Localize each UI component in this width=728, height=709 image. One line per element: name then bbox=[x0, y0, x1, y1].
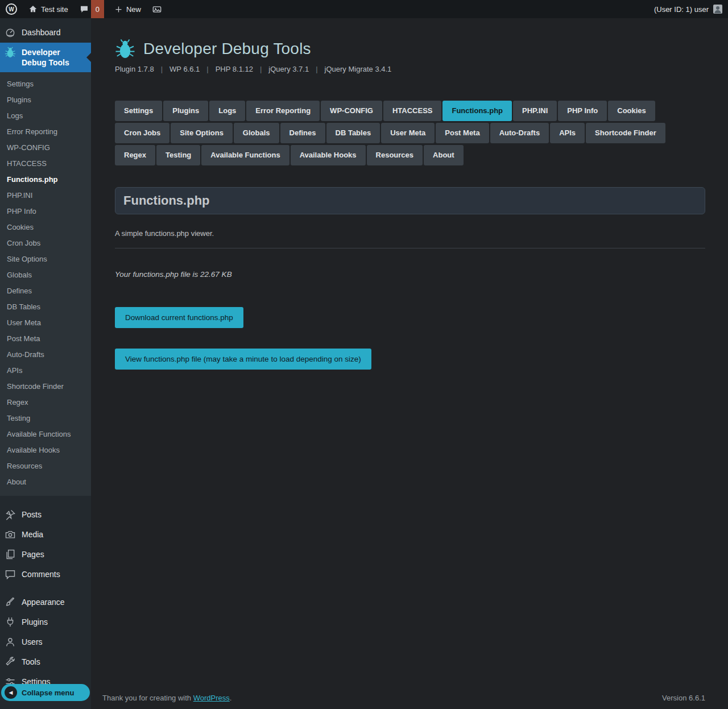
tab[interactable]: HTACCESS bbox=[383, 101, 442, 121]
comment-bubble-icon bbox=[80, 5, 89, 14]
tab[interactable]: User Meta bbox=[381, 123, 435, 143]
submenu-item[interactable]: Auto-Drafts bbox=[0, 347, 91, 363]
admin-bar-left: W Test site 0 New bbox=[0, 0, 167, 18]
tab[interactable]: Shortcode Finder bbox=[586, 123, 665, 143]
footer-thanks-text: Thank you for creating with bbox=[102, 694, 191, 702]
content-wrap: Developer Debug Tools Plugin 1.7.8WP 6.6… bbox=[115, 39, 705, 370]
submenu-item[interactable]: Defines bbox=[0, 283, 91, 299]
tab[interactable]: Auto-Drafts bbox=[490, 123, 549, 143]
download-functions-button[interactable]: Download current functions.php bbox=[115, 307, 243, 328]
sidebar-item-users[interactable]: Users bbox=[0, 632, 91, 652]
submenu-item[interactable]: Settings bbox=[0, 76, 91, 92]
sidebar-item-posts[interactable]: Posts bbox=[0, 505, 91, 525]
submenu-item[interactable]: Error Reporting bbox=[0, 124, 91, 140]
view-functions-button[interactable]: View functions.php file (may take a minu… bbox=[115, 349, 371, 370]
sidebar-item-pages[interactable]: Pages bbox=[0, 545, 91, 565]
plug-icon bbox=[5, 616, 16, 628]
debug-tools-bar-shortcut[interactable] bbox=[147, 0, 167, 18]
sidebar-item-developer-debug-tools[interactable]: Developer Debug Tools bbox=[0, 43, 91, 72]
submenu-item[interactable]: Logs bbox=[0, 108, 91, 124]
sidebar-item-label: Developer Debug Tools bbox=[22, 47, 86, 68]
tab[interactable]: Regex bbox=[115, 145, 155, 165]
user-icon bbox=[5, 636, 16, 648]
sidebar-item-plugins[interactable]: Plugins bbox=[0, 612, 91, 632]
section-title: Functions.php bbox=[123, 193, 697, 208]
submenu-item[interactable]: DB Tables bbox=[0, 299, 91, 315]
submenu-item[interactable]: User Meta bbox=[0, 315, 91, 331]
submenu-item[interactable]: Testing bbox=[0, 411, 91, 426]
submenu-item[interactable]: Cookies bbox=[0, 219, 91, 235]
bug-icon bbox=[5, 47, 16, 58]
tab[interactable]: APIs bbox=[550, 123, 585, 143]
submenu-item[interactable]: About bbox=[0, 474, 91, 490]
sidebar-item-media[interactable]: Media bbox=[0, 525, 91, 545]
tab[interactable]: Plugins bbox=[163, 101, 208, 121]
tab[interactable]: DB Tables bbox=[326, 123, 380, 143]
sidebar-item-appearance[interactable]: Appearance bbox=[0, 592, 91, 612]
sidebar-item-comments[interactable]: Comments bbox=[0, 565, 91, 584]
sidebar-item-tools[interactable]: Tools bbox=[0, 652, 91, 672]
tab[interactable]: Available Hooks bbox=[291, 145, 366, 165]
user-label: (User ID: 1) user bbox=[654, 5, 709, 14]
tab[interactable]: Resources bbox=[367, 145, 423, 165]
comments-count-badge[interactable]: 0 bbox=[91, 0, 104, 18]
submenu-item[interactable]: Site Options bbox=[0, 251, 91, 267]
submenu-item[interactable]: Cron Jobs bbox=[0, 235, 91, 251]
brush-icon bbox=[5, 596, 16, 608]
footer-thanks: Thank you for creating with WordPress. bbox=[102, 694, 231, 702]
tab[interactable]: Cookies bbox=[608, 101, 655, 121]
file-size-info: Your functions.php file is 22.67 KB bbox=[115, 270, 705, 279]
submenu-item[interactable]: Regex bbox=[0, 395, 91, 411]
page-title: Developer Debug Tools bbox=[143, 40, 311, 58]
pushpin-icon bbox=[5, 509, 16, 520]
site-name-menu[interactable]: Test site bbox=[23, 0, 74, 18]
submenu-item[interactable]: Shortcode Finder bbox=[0, 379, 91, 395]
new-content-menu[interactable]: New bbox=[109, 0, 147, 18]
sidebar-item-label: Posts bbox=[22, 509, 42, 520]
comments-menu[interactable] bbox=[74, 0, 91, 18]
image-icon bbox=[152, 6, 162, 13]
wp-logo-menu[interactable]: W bbox=[0, 0, 23, 18]
submenu-item[interactable]: PHP.INI bbox=[0, 188, 91, 204]
site-name: Test site bbox=[41, 5, 68, 14]
tab[interactable]: Cron Jobs bbox=[115, 123, 169, 143]
wordpress-link[interactable]: WordPress bbox=[193, 694, 230, 702]
tab[interactable]: Logs bbox=[209, 101, 245, 121]
meta-item: WP 6.6.1 bbox=[154, 65, 200, 73]
sidebar-item-dashboard[interactable]: Dashboard bbox=[0, 23, 91, 43]
menu-gap bbox=[0, 496, 91, 505]
submenu-item[interactable]: APIs bbox=[0, 363, 91, 379]
tab[interactable]: Globals bbox=[234, 123, 279, 143]
tab[interactable]: Post Meta bbox=[436, 123, 489, 143]
tab[interactable]: PHP.INI bbox=[513, 101, 557, 121]
tab[interactable]: Site Options bbox=[171, 123, 233, 143]
submenu-item[interactable]: Available Functions bbox=[0, 426, 91, 442]
submenu-item[interactable]: WP-CONFIG bbox=[0, 140, 91, 156]
submenu-item[interactable]: PHP Info bbox=[0, 204, 91, 219]
collapse-menu-label: Collapse menu bbox=[22, 689, 74, 697]
submenu-item[interactable]: Post Meta bbox=[0, 331, 91, 347]
pages-icon bbox=[5, 549, 16, 560]
section-panel-header: Functions.php bbox=[115, 187, 705, 214]
meta-item: Plugin 1.7.8 bbox=[115, 65, 154, 73]
submenu-item[interactable]: HTACCESS bbox=[0, 156, 91, 172]
admin-bar: W Test site 0 New (User I bbox=[0, 0, 728, 18]
tab[interactable]: Error Reporting bbox=[246, 101, 320, 121]
tab[interactable]: WP-CONFIG bbox=[321, 101, 382, 121]
bug-icon bbox=[115, 39, 135, 59]
tab[interactable]: Settings bbox=[115, 101, 162, 121]
tab[interactable]: Functions.php bbox=[442, 101, 512, 121]
tab[interactable]: Testing bbox=[156, 145, 200, 165]
tab[interactable]: Available Functions bbox=[201, 145, 289, 165]
submenu-item[interactable]: Available Hooks bbox=[0, 442, 91, 458]
submenu-item[interactable]: Plugins bbox=[0, 92, 91, 108]
submenu-item[interactable]: Globals bbox=[0, 267, 91, 283]
submenu-item[interactable]: Functions.php bbox=[0, 172, 91, 188]
submenu-item[interactable]: Resources bbox=[0, 458, 91, 474]
tab[interactable]: Defines bbox=[280, 123, 325, 143]
tab[interactable]: About bbox=[424, 145, 464, 165]
collapse-menu-button[interactable]: ◀ Collapse menu bbox=[1, 684, 90, 701]
tab[interactable]: PHP Info bbox=[558, 101, 607, 121]
sidebar-item-label: Media bbox=[22, 529, 43, 540]
my-account-menu[interactable]: (User ID: 1) user bbox=[654, 0, 728, 18]
